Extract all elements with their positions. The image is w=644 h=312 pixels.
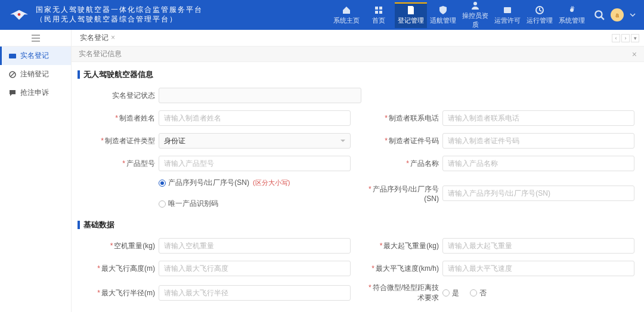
input-mfr-name[interactable]: [159, 110, 351, 126]
radio-micro-no[interactable]: 否: [470, 288, 487, 298]
top-nav-menu: 系统主页 首页 登记管理 适航管理 操控员资质 运营许可 运行管理 系统管理: [330, 0, 588, 32]
input-max-hspeed[interactable]: [442, 261, 634, 276]
input-prod-name[interactable]: [442, 156, 634, 171]
svg-point-0: [18, 13, 21, 16]
input-max-radius[interactable]: [159, 285, 351, 301]
svg-line-10: [601, 17, 604, 20]
uav-logo-icon: [8, 8, 30, 22]
radio-micro-yes[interactable]: 是: [442, 288, 459, 298]
input-prod-sn[interactable]: [442, 186, 634, 201]
tab-close-icon[interactable]: ×: [111, 33, 115, 42]
label-prod-sn: 产品序列号/出厂序号(SN): [365, 184, 442, 203]
section-title-uav: 无人驾驶航空器信息: [78, 69, 638, 80]
panel-close-icon[interactable]: ×: [632, 50, 637, 59]
search-icon[interactable]: [594, 10, 605, 20]
svg-rect-11: [9, 54, 16, 58]
nav-item-license[interactable]: 运营许可: [491, 2, 524, 28]
svg-point-9: [595, 11, 602, 17]
sidebar-item-label: 注销登记: [20, 69, 49, 79]
label-empty-weight: 空机重量(kg): [81, 241, 159, 251]
input-max-alt[interactable]: [159, 261, 351, 276]
form-body[interactable]: 无人驾驶航空器信息 实名登记状态 制造者姓名 制造者联系电话 制造者证件类型: [72, 62, 644, 312]
label-reg-state: 实名登记状态: [81, 91, 159, 101]
nav-item-registration[interactable]: 登记管理: [395, 2, 427, 28]
breadcrumb: 实名登记信息: [79, 49, 122, 59]
breadcrumb-bar: 实名登记信息 ×: [72, 47, 644, 62]
svg-rect-2: [379, 7, 382, 10]
nav-item-home[interactable]: 系统主页: [330, 2, 363, 28]
tab-prev-button[interactable]: ‹: [612, 34, 620, 42]
label-prod-name: 产品名称: [365, 159, 442, 169]
chevron-down-icon[interactable]: [630, 10, 636, 20]
svg-rect-1: [375, 7, 378, 10]
input-mfr-phone[interactable]: [442, 110, 634, 126]
radio-group-micro-req: 是 否: [442, 288, 634, 298]
cancel-icon: [8, 70, 17, 79]
input-empty-weight[interactable]: [159, 238, 351, 254]
menu-icon: [31, 35, 41, 42]
left-sidebar: 实名登记 注销登记 抢注申诉: [0, 30, 72, 312]
svg-rect-4: [379, 11, 382, 14]
svg-point-5: [473, 2, 477, 5]
svg-rect-3: [375, 11, 378, 14]
section-title-basic: 基础数据: [78, 220, 638, 230]
sidebar-item-realname[interactable]: 实名登记: [0, 47, 71, 65]
tab-controls: ‹ › ▾: [612, 34, 639, 42]
select-mfr-cert-type[interactable]: [159, 133, 351, 149]
input-reg-state: [159, 88, 361, 103]
nav-item-operation[interactable]: 运行管理: [524, 2, 556, 28]
nav-item-index[interactable]: 首页: [363, 2, 395, 28]
label-max-alt: 最大飞行高度(m): [81, 264, 159, 274]
input-prod-model[interactable]: [159, 156, 351, 171]
label-mfr-cert-no: 制造者证件号码: [365, 136, 442, 146]
platform-title-2: （民用无人驾驶航空器综合管理平台）: [36, 15, 203, 24]
input-mfr-cert-no[interactable]: [442, 133, 634, 149]
sidebar-item-label: 抢注申诉: [20, 88, 49, 98]
input-max-takeoff[interactable]: [442, 238, 634, 254]
svg-rect-6: [504, 7, 511, 13]
appeal-icon: [8, 89, 17, 97]
sidebar-item-label: 实名登记: [20, 51, 49, 61]
label-micro-req: 符合微型/轻型距离技术要求: [365, 283, 442, 303]
radio-group-sn-type: 产品序列号/出厂序号(SN)(区分大小写) 唯一产品识别码: [159, 178, 351, 209]
tab-next-button[interactable]: ›: [621, 34, 630, 42]
user-avatar[interactable]: a: [611, 8, 624, 21]
id-icon: [8, 52, 17, 60]
top-navbar: 国家无人驾驶航空器一体化综合监管服务平台 （民用无人驾驶航空器综合管理平台） 系…: [0, 0, 644, 30]
sidebar-item-cancel[interactable]: 注销登记: [0, 65, 71, 84]
svg-line-13: [11, 73, 14, 76]
radio-sn[interactable]: 产品序列号/出厂序号(SN)(区分大小写): [159, 178, 290, 188]
tab-realname[interactable]: 实名登记×: [76, 33, 119, 43]
label-mfr-phone: 制造者联系电话: [365, 113, 442, 123]
brand-block: 国家无人驾驶航空器一体化综合监管服务平台 （民用无人驾驶航空器综合管理平台）: [8, 5, 203, 24]
label-max-radius: 最大飞行半径(m): [81, 288, 159, 298]
nav-item-pilot[interactable]: 操控员资质: [459, 0, 491, 32]
nav-right-tools: a: [594, 8, 636, 21]
nav-item-airworthiness[interactable]: 适航管理: [427, 2, 459, 28]
label-mfr-name: 制造者姓名: [81, 113, 159, 123]
nav-item-system[interactable]: 系统管理: [556, 2, 588, 28]
label-prod-model: 产品型号: [81, 159, 159, 169]
label-mfr-cert-type: 制造者证件类型: [81, 136, 159, 146]
label-max-takeoff: 最大起飞重量(kg): [365, 241, 442, 251]
radio-uid[interactable]: 唯一产品识别码: [159, 199, 218, 209]
platform-title-1: 国家无人驾驶航空器一体化综合监管服务平台: [36, 5, 203, 15]
sidebar-collapse-button[interactable]: [0, 30, 71, 47]
tab-menu-button[interactable]: ▾: [631, 34, 639, 42]
label-max-hspeed: 最大平飞速度(km/h): [365, 264, 442, 274]
sidebar-item-appeal[interactable]: 抢注申诉: [0, 84, 71, 102]
tab-bar: 实名登记× ‹ › ▾: [72, 30, 644, 47]
